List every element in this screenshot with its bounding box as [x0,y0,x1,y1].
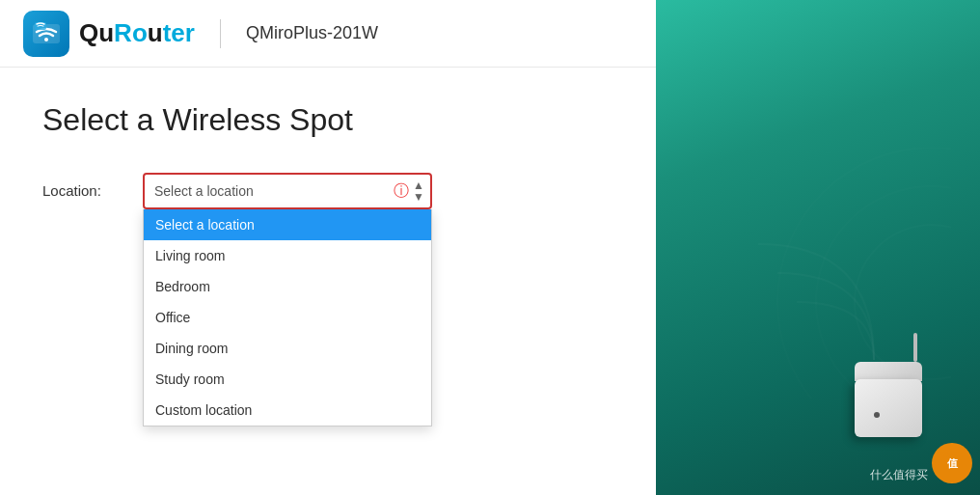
watermark-text: 什么值得买 [870,467,928,483]
watermark-icon: 值 [947,456,958,471]
router-light [874,412,880,418]
router-top [855,362,922,381]
dropdown-item-office[interactable]: Office [144,302,431,333]
dropdown-item-bedroom[interactable]: Bedroom [144,271,431,302]
select-container: Select a location ⓘ ▲▼ Select a location… [143,173,432,209]
logo-container: QuRouter QMiroPlus-201W [23,11,378,57]
dropdown-item-select-location[interactable]: Select a location [144,209,431,240]
router-body [855,379,922,437]
svg-point-1 [44,38,48,41]
location-label: Location: [42,173,120,199]
page-title: Select a Wireless Spot [42,102,613,138]
router-antenna [913,333,917,362]
dropdown-item-living-room[interactable]: Living room [144,240,431,271]
dropdown-item-study-room[interactable]: Study room [144,364,431,395]
left-panel: QuRouter QMiroPlus-201W Select a Wireles… [0,0,656,495]
watermark-badge: 值 [932,443,972,483]
router-device [845,341,932,437]
select-display[interactable]: Select a location [143,173,432,209]
logo-icon [23,11,69,57]
select-wrapper: Select a location ⓘ ▲▼ [143,173,432,209]
product-name: QMiroPlus-201W [246,23,378,43]
dropdown-item-custom-location[interactable]: Custom location [144,395,431,426]
select-value: Select a location [154,183,254,199]
main-content: Select a Wireless Spot Location: Select … [0,68,656,495]
dropdown-item-dining-room[interactable]: Dining room [144,333,431,364]
right-panel: 值 什么值得买 [656,0,980,495]
header-divider [220,19,221,48]
header: QuRouter QMiroPlus-201W [0,0,656,68]
location-dropdown: Select a location Living room Bedroom Of… [143,209,432,426]
form-row: Location: Select a location ⓘ ▲▼ [42,173,613,209]
brand-name: QuRouter [79,18,195,48]
